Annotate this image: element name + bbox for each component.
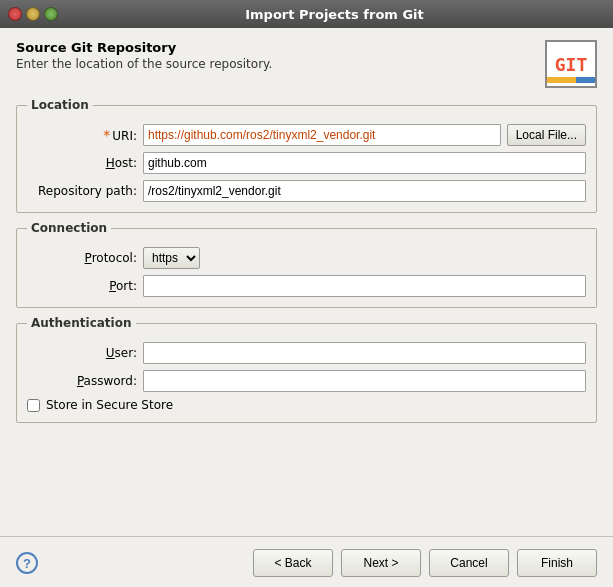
section-title: Source Git Repository: [16, 40, 272, 55]
finish-button[interactable]: Finish: [517, 549, 597, 577]
titlebar: Import Projects from Git: [0, 0, 613, 28]
port-row: Port:: [27, 275, 586, 297]
repo-path-input[interactable]: [143, 180, 586, 202]
host-row: Host:: [27, 152, 586, 174]
uri-label: *URI:: [27, 127, 137, 143]
minimize-button[interactable]: [26, 7, 40, 21]
password-row: Password:: [27, 370, 586, 392]
git-logo: GIT: [545, 40, 597, 88]
user-label: User:: [27, 346, 137, 360]
store-checkbox-row: Store in Secure Store: [27, 398, 586, 412]
protocol-select[interactable]: https http ssh git: [143, 247, 200, 269]
store-checkbox[interactable]: [27, 399, 40, 412]
password-input[interactable]: [143, 370, 586, 392]
maximize-button[interactable]: [44, 7, 58, 21]
next-button[interactable]: Next >: [341, 549, 421, 577]
bottom-divider: [0, 536, 613, 537]
header-row: Source Git Repository Enter the location…: [16, 40, 597, 88]
git-icon-bar: [547, 77, 595, 83]
user-row: User:: [27, 342, 586, 364]
repo-path-row: Repository path:: [27, 180, 586, 202]
cancel-button[interactable]: Cancel: [429, 549, 509, 577]
git-icon-text: GIT: [555, 54, 588, 75]
host-input[interactable]: [143, 152, 586, 174]
bottom-bar: ? < Back Next > Cancel Finish: [0, 541, 613, 587]
user-input[interactable]: [143, 342, 586, 364]
main-panel: Source Git Repository Enter the location…: [0, 28, 613, 532]
host-label: Host:: [27, 156, 137, 170]
password-label: Password:: [27, 374, 137, 388]
uri-input[interactable]: [143, 124, 501, 146]
uri-row: *URI: Local File...: [27, 124, 586, 146]
connection-legend: Connection: [27, 221, 111, 235]
window-title: Import Projects from Git: [64, 7, 605, 22]
location-group: Location *URI: Local File... Host: Repos…: [16, 98, 597, 213]
protocol-label: Protocol:: [27, 251, 137, 265]
connection-group: Connection Protocol: https http ssh git …: [16, 221, 597, 308]
titlebar-buttons: [8, 7, 58, 21]
store-label: Store in Secure Store: [46, 398, 173, 412]
location-legend: Location: [27, 98, 93, 112]
spacer: [16, 431, 597, 524]
authentication-group: Authentication User: Password: Store in …: [16, 316, 597, 423]
port-label: Port:: [27, 279, 137, 293]
repo-path-label: Repository path:: [27, 184, 137, 198]
help-button[interactable]: ?: [16, 552, 38, 574]
header-text: Source Git Repository Enter the location…: [16, 40, 272, 71]
required-indicator: *: [103, 127, 110, 143]
local-file-button[interactable]: Local File...: [507, 124, 586, 146]
close-button[interactable]: [8, 7, 22, 21]
back-button[interactable]: < Back: [253, 549, 333, 577]
port-input[interactable]: [143, 275, 586, 297]
protocol-row: Protocol: https http ssh git: [27, 247, 586, 269]
authentication-legend: Authentication: [27, 316, 136, 330]
section-subtitle: Enter the location of the source reposit…: [16, 57, 272, 71]
